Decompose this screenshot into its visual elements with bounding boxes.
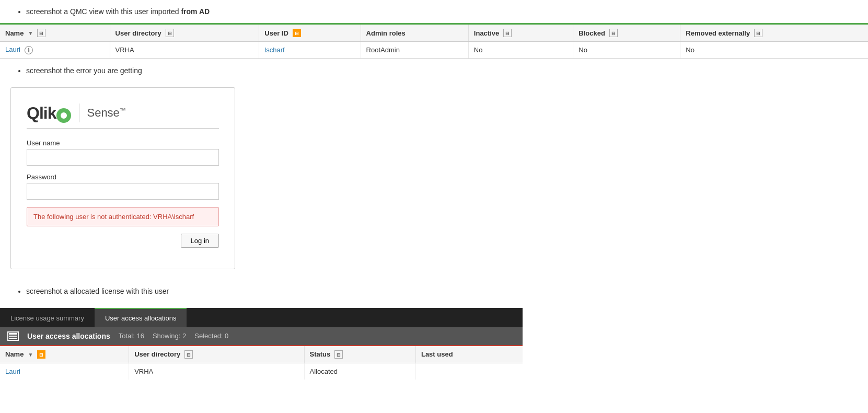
password-label: Password: [27, 173, 219, 181]
filter-icon-ud[interactable]: ⊟: [166, 29, 174, 37]
sense-tm: ™: [120, 107, 126, 114]
filter-icon-lud[interactable]: ⊟: [184, 350, 193, 359]
filter-icon-name[interactable]: ⊟: [37, 29, 45, 37]
qmc-table: Name ▼ ⊟ User directory ⊟ User ID ⊟: [0, 25, 868, 59]
qlik-circle-icon: [56, 108, 71, 123]
password-input[interactable]: [27, 183, 219, 200]
license-table: Name ▼ ⊟ User directory ⊟ Status ⊟: [0, 346, 523, 380]
svg-rect-1: [9, 336, 17, 337]
qlik-logo: Qlik Sense™: [27, 104, 219, 129]
col-removed-externally: Removed externally ⊟: [680, 25, 868, 42]
license-header-bar: User access allocations Total: 16 Showin…: [0, 327, 523, 346]
lcol-user-directory: User directory ⊟: [129, 346, 304, 363]
filter-icon-lstatus[interactable]: ⊟: [334, 350, 343, 359]
col-user-id: User ID ⊟: [259, 25, 361, 42]
license-tabs: License usage summary User access alloca…: [0, 308, 523, 327]
tab-license-usage-summary[interactable]: License usage summary: [0, 308, 95, 327]
col-admin-roles: Admin roles: [361, 25, 468, 42]
col-blocked: Blocked ⊟: [573, 25, 680, 42]
license-header-icon: [7, 331, 19, 341]
license-selected-label: Selected: 0: [194, 332, 228, 340]
license-section: License usage summary User access alloca…: [0, 308, 523, 380]
qmc-table-header-row: Name ▼ ⊟ User directory ⊟ User ID ⊟: [0, 25, 868, 42]
username-label: User name: [27, 139, 219, 147]
qlik-sense-text: Sense™: [87, 106, 125, 120]
cell-user-id: lscharf: [259, 42, 361, 59]
lcell-last-used: [415, 363, 523, 380]
login-box: Qlik Sense™ User name Password The follo…: [10, 87, 235, 269]
tab-user-access-allocations[interactable]: User access allocations: [95, 308, 187, 327]
filter-icon-removed[interactable]: ⊟: [754, 29, 762, 37]
filter-icon-blocked[interactable]: ⊟: [609, 29, 618, 37]
lcol-last-used: Last used: [415, 346, 523, 363]
lcol-name: Name ▼ ⊟: [0, 346, 129, 363]
sort-icon-lname[interactable]: ▼: [28, 352, 33, 357]
col-user-directory: User directory ⊟: [110, 25, 259, 42]
svg-rect-2: [9, 338, 17, 339]
cell-name: Lauri ℹ: [0, 42, 110, 59]
lcell-status: Allocated: [304, 363, 415, 380]
sort-icon-name[interactable]: ▼: [28, 30, 33, 36]
qmc-table-wrapper: Name ▼ ⊟ User directory ⊟ User ID ⊟: [0, 23, 868, 59]
svg-rect-0: [9, 333, 17, 335]
filter-icon-lname[interactable]: ⊟: [37, 350, 45, 359]
qlik-divider: [79, 104, 79, 122]
license-total-label: Total: 16: [119, 332, 144, 340]
cell-admin-roles: RootAdmin: [361, 42, 468, 59]
login-button-wrapper: Log in: [27, 234, 219, 248]
cell-blocked: No: [573, 42, 680, 59]
bullet-3-text: screenshot a allocated license with this…: [26, 287, 858, 295]
license-table-row: Lauri VRHA Allocated: [0, 363, 523, 380]
bullet-section-1: screenshot a QMC view with this user imp…: [0, 0, 868, 23]
col-name: Name ▼ ⊟: [0, 25, 110, 42]
info-icon[interactable]: ℹ: [25, 46, 33, 54]
username-group: User name: [27, 139, 219, 166]
lcell-user-directory: VRHA: [129, 363, 304, 380]
license-showing-label: Showing: 2: [153, 332, 186, 340]
password-group: Password: [27, 173, 219, 200]
cell-inactive: No: [468, 42, 573, 59]
qlik-wordmark: Qlik: [27, 104, 72, 123]
filter-icon-uid[interactable]: ⊟: [293, 29, 301, 37]
license-table-header-row: Name ▼ ⊟ User directory ⊟ Status ⊟: [0, 346, 523, 363]
table-icon: [9, 333, 17, 339]
bullet-section-3: screenshot a allocated license with this…: [0, 280, 868, 303]
col-inactive: Inactive ⊟: [468, 25, 573, 42]
lcol-status: Status ⊟: [304, 346, 415, 363]
bullet-1-text: screenshot a QMC view with this user imp…: [26, 7, 858, 16]
login-error-message: The following user is not authenticated:…: [27, 207, 219, 226]
cell-user-directory: VRHA: [110, 42, 259, 59]
bullet-section-2: screenshot the error you are getting: [0, 59, 868, 82]
table-row: Lauri ℹ VRHA lscharf RootAdmin No No No: [0, 42, 868, 59]
license-header-title: User access allocations: [27, 332, 110, 340]
filter-icon-inactive[interactable]: ⊟: [503, 29, 512, 37]
bullet-2-text: screenshot the error you are getting: [26, 66, 858, 75]
login-button[interactable]: Log in: [181, 234, 219, 248]
cell-removed-externally: No: [680, 42, 868, 59]
lcell-name[interactable]: Lauri: [0, 363, 129, 380]
username-input[interactable]: [27, 149, 219, 166]
qlik-circle-inner: [61, 112, 67, 119]
